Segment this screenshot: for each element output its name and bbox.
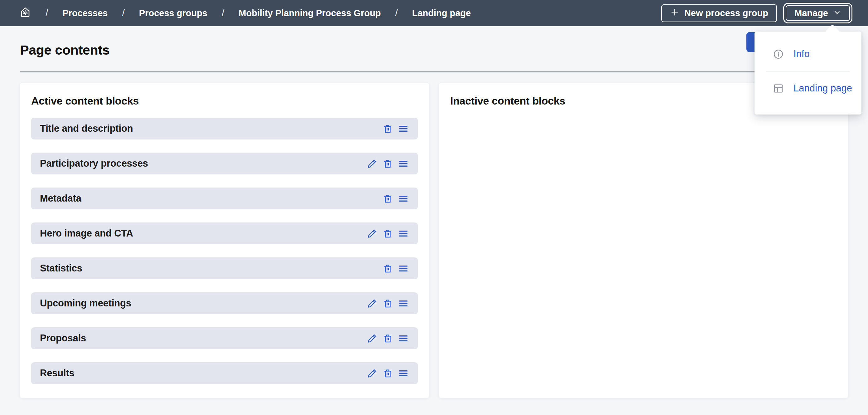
content-block-label: Hero image and CTA — [40, 228, 133, 239]
pencil-icon — [367, 368, 377, 379]
content-block-row: Upcoming meetings — [31, 292, 418, 314]
page-head: Page contents — [0, 26, 868, 58]
main-content: Page contents Active content blocks Titl… — [0, 26, 868, 398]
hamburger-icon — [398, 194, 408, 204]
content-block-actions — [367, 229, 408, 239]
topbar-actions: New process group Manage — [661, 4, 852, 22]
layout-grid-icon — [773, 83, 784, 94]
active-content-blocks-panel: Active content blocks Title and descript… — [20, 83, 429, 398]
hamburger-icon — [398, 368, 408, 379]
chevron-down-icon — [833, 7, 841, 19]
breadcrumb-item-processes[interactable]: Processes — [62, 8, 107, 19]
delete-block-button[interactable] — [382, 158, 393, 169]
manage-dropdown-menu: Info Landing page — [754, 31, 862, 115]
content-block-actions — [367, 368, 408, 379]
page-title: Page contents — [20, 42, 110, 58]
drag-handle-icon[interactable] — [398, 333, 408, 344]
content-block-actions — [367, 158, 408, 169]
manage-menu-item-info[interactable]: Info — [754, 44, 862, 64]
drag-handle-icon[interactable] — [398, 229, 408, 239]
trash-icon — [382, 194, 393, 204]
topbar: / Processes / Process groups / Mobility … — [0, 0, 868, 26]
pencil-icon — [367, 158, 377, 169]
drag-handle-icon[interactable] — [398, 368, 408, 379]
edit-block-button[interactable] — [367, 298, 377, 308]
content-block-row: Hero image and CTA — [31, 223, 418, 244]
hamburger-icon — [398, 229, 408, 239]
breadcrumb-separator: / — [395, 8, 398, 19]
home-gear-icon — [19, 6, 31, 20]
active-blocks-list: Title and description — [31, 118, 418, 384]
pencil-icon — [367, 229, 377, 239]
breadcrumb-separator: / — [222, 8, 224, 19]
delete-block-button[interactable] — [382, 194, 393, 204]
content-block-label: Proposals — [40, 333, 86, 344]
menu-divider — [766, 71, 850, 71]
content-block-row: Statistics — [31, 258, 418, 279]
delete-block-button[interactable] — [382, 229, 393, 239]
breadcrumb-item-landing-page[interactable]: Landing page — [412, 8, 471, 19]
breadcrumb-separator: / — [122, 8, 124, 19]
content-block-label: Participatory processes — [40, 158, 148, 169]
hamburger-icon — [398, 124, 408, 134]
drag-handle-icon[interactable] — [398, 263, 408, 274]
delete-block-button[interactable] — [382, 263, 393, 274]
content-block-label: Statistics — [40, 263, 82, 274]
trash-icon — [382, 333, 393, 344]
content-block-actions — [382, 263, 408, 274]
breadcrumb-item-process-group-name[interactable]: Mobility Planning Process Group — [239, 8, 381, 19]
content-block-label: Metadata — [40, 193, 82, 204]
active-panel-title: Active content blocks — [31, 95, 418, 107]
content-block-label: Results — [40, 367, 74, 379]
content-block-actions — [382, 124, 408, 134]
content-block-row: Metadata — [31, 187, 418, 209]
manage-menu-item-landing-page[interactable]: Landing page — [754, 78, 862, 98]
drag-handle-icon[interactable] — [398, 158, 408, 169]
pencil-icon — [367, 298, 377, 308]
drag-handle-icon[interactable] — [398, 194, 408, 204]
plus-icon — [670, 7, 679, 19]
hamburger-icon — [398, 263, 408, 274]
breadcrumb: / Processes / Process groups / Mobility … — [19, 6, 471, 20]
drag-handle-icon[interactable] — [398, 298, 408, 308]
content-block-row: Title and description — [31, 118, 418, 140]
delete-block-button[interactable] — [382, 368, 393, 379]
home-breadcrumb-link[interactable] — [19, 6, 31, 20]
edit-block-button[interactable] — [367, 368, 377, 379]
content-block-row: Results — [31, 362, 418, 384]
manage-menu-item-label: Landing page — [794, 83, 852, 94]
inactive-content-blocks-panel: Inactive content blocks — [439, 83, 848, 398]
trash-icon — [382, 124, 393, 134]
content-blocks-area: Active content blocks Title and descript… — [0, 72, 868, 398]
delete-block-button[interactable] — [382, 333, 393, 344]
hamburger-icon — [398, 333, 408, 344]
breadcrumb-item-process-groups[interactable]: Process groups — [139, 8, 207, 19]
hamburger-icon — [398, 298, 408, 308]
delete-block-button[interactable] — [382, 298, 393, 308]
breadcrumb-separator: / — [45, 8, 48, 19]
manage-menu-item-label: Info — [794, 48, 810, 60]
trash-icon — [382, 263, 393, 274]
trash-icon — [382, 229, 393, 239]
edit-block-button[interactable] — [367, 333, 377, 344]
info-circle-icon — [773, 48, 784, 60]
content-block-actions — [382, 194, 408, 204]
hamburger-icon — [398, 158, 408, 169]
content-block-row: Proposals — [31, 327, 418, 349]
content-block-label: Title and description — [40, 123, 133, 134]
trash-icon — [382, 368, 393, 379]
pencil-icon — [367, 333, 377, 344]
trash-icon — [382, 158, 393, 169]
edit-block-button[interactable] — [367, 229, 377, 239]
new-process-group-label: New process group — [684, 8, 768, 19]
drag-handle-icon[interactable] — [398, 124, 408, 134]
content-block-label: Upcoming meetings — [40, 298, 131, 309]
manage-button-label: Manage — [795, 8, 828, 19]
edit-block-button[interactable] — [367, 158, 377, 169]
new-process-group-button[interactable]: New process group — [661, 4, 777, 22]
manage-button[interactable]: Manage — [786, 5, 850, 21]
content-block-actions — [367, 298, 408, 308]
delete-block-button[interactable] — [382, 124, 393, 134]
content-block-row: Participatory processes — [31, 153, 418, 174]
content-block-actions — [367, 333, 408, 344]
